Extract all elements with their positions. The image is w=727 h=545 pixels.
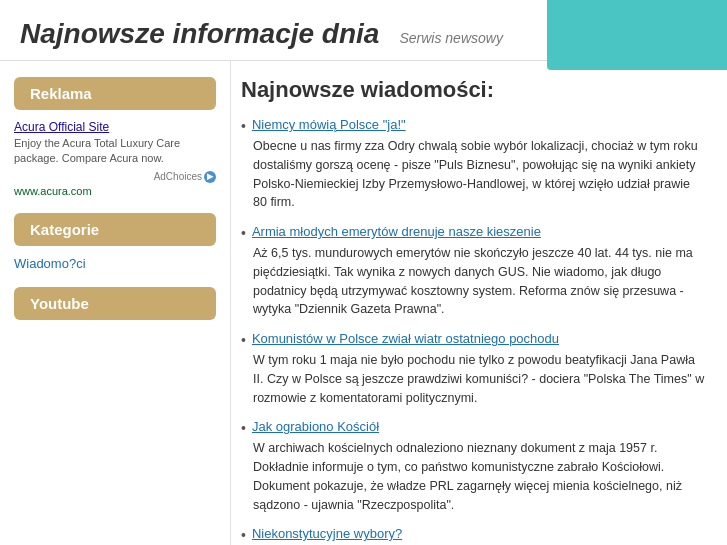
sidebar: Reklama Acura Official Site Enjoy the Ac… [0,61,230,545]
news-list: •Niemcy mówią Polsce "ja!"Obecne u nas f… [241,117,707,543]
kategorie-box[interactable]: Kategorie [14,213,216,246]
news-link[interactable]: Armia młodych emerytów drenuje nasze kie… [252,224,541,239]
ad-choices: AdChoices ▶ [14,171,216,183]
site-subtitle: Serwis newsowy [399,30,502,46]
news-item: •Niemcy mówią Polsce "ja!"Obecne u nas f… [241,117,707,212]
news-item-header: •Niekonstytucyjne wybory? [241,526,707,543]
ad-title-link[interactable]: Acura Official Site [14,120,216,134]
bullet-icon: • [241,332,246,348]
ad-url: www.acura.com [14,185,216,197]
main-content: Najnowsze wiadomości: •Niemcy mówią Pols… [230,61,727,545]
youtube-box[interactable]: Youtube [14,287,216,320]
bullet-icon: • [241,527,246,543]
header-accent-block [547,0,727,70]
main-title: Najnowsze wiadomości: [241,77,707,103]
kategorie-label: Kategorie [30,221,99,238]
news-link[interactable]: Komunistów w Polsce zwiał wiatr ostatnie… [252,331,559,346]
news-item-header: •Niemcy mówią Polsce "ja!" [241,117,707,134]
adchoices-text: AdChoices [154,171,202,182]
header: Najnowsze informacje dnia Serwis newsowy [0,0,727,61]
news-link[interactable]: Jak ograbiono Kościół [252,419,379,434]
news-link[interactable]: Niemcy mówią Polsce "ja!" [252,117,406,132]
news-body: Obecne u nas firmy zza Odry chwalą sobie… [253,137,707,212]
reklama-box[interactable]: Reklama [14,77,216,110]
news-body: Aż 6,5 tys. mundurowych emerytów nie sko… [253,244,707,319]
bullet-icon: • [241,420,246,436]
news-item: •Armia młodych emerytów drenuje nasze ki… [241,224,707,319]
ad-block: Acura Official Site Enjoy the Acura Tota… [14,120,216,197]
news-item: •Jak ograbiono KościółW archiwach koście… [241,419,707,514]
news-body: W archiwach kościelnych odnaleziono niez… [253,439,707,514]
news-item-header: •Komunistów w Polsce zwiał wiatr ostatni… [241,331,707,348]
reklama-label: Reklama [30,85,92,102]
news-item-header: •Armia młodych emerytów drenuje nasze ki… [241,224,707,241]
adchoices-icon: ▶ [204,171,216,183]
sidebar-link-wiadomosci[interactable]: Wiadomo?ci [14,256,216,271]
bullet-icon: • [241,225,246,241]
news-body: W tym roku 1 maja nie było pochodu nie t… [253,351,707,407]
news-item: •Niekonstytucyjne wybory? [241,526,707,543]
kategorie-links: Wiadomo?ci [14,256,216,271]
ad-desc: Enjoy the Acura Total Luxury Care packag… [14,137,180,164]
news-item-header: •Jak ograbiono Kościół [241,419,707,436]
main-layout: Reklama Acura Official Site Enjoy the Ac… [0,61,727,545]
news-link[interactable]: Niekonstytucyjne wybory? [252,526,402,541]
bullet-icon: • [241,118,246,134]
youtube-label: Youtube [30,295,89,312]
news-item: •Komunistów w Polsce zwiał wiatr ostatni… [241,331,707,407]
site-title: Najnowsze informacje dnia [20,18,379,50]
